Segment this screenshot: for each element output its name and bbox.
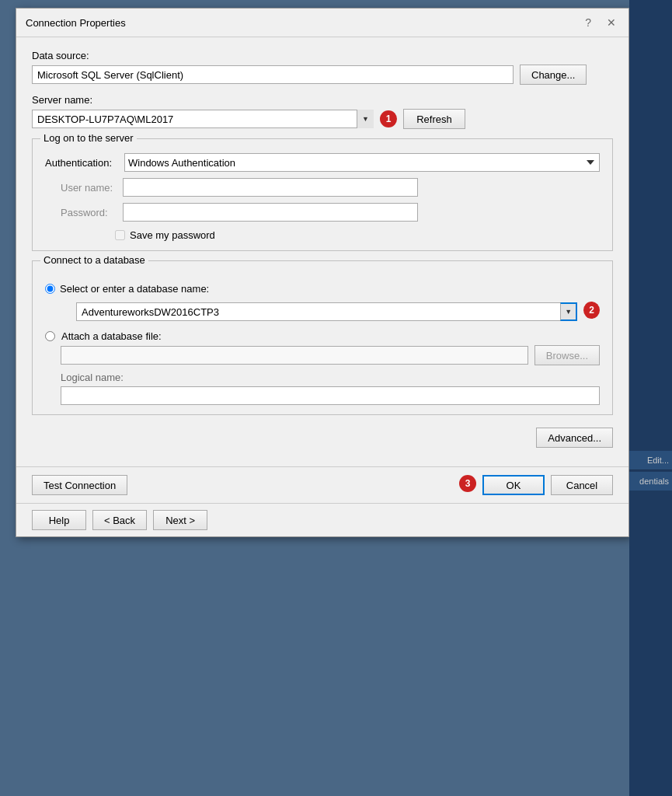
connection-properties-dialog: Connection Properties ? ✕ Data source: C… (16, 8, 629, 537)
auth-row: Authentication: Windows Authentication S… (45, 153, 600, 172)
next-nav-button[interactable]: Next > (153, 510, 207, 530)
attach-db-radio-row: Attach a database file: (45, 330, 600, 342)
data-source-label: Data source: (32, 50, 613, 61)
user-name-label: User name: (61, 182, 117, 194)
save-password-checkbox[interactable] (115, 230, 125, 240)
advanced-button[interactable]: Advanced... (536, 428, 613, 448)
select-db-label: Select or enter a database name: (60, 283, 209, 295)
change-button[interactable]: Change... (520, 65, 587, 85)
badge-1: 1 (380, 110, 397, 127)
server-name-label: Server name: (32, 94, 613, 106)
connect-db-section: Connect to a database Select or enter a … (32, 260, 613, 415)
database-input[interactable] (76, 302, 561, 321)
dialog-title: Connection Properties (26, 17, 126, 29)
server-name-row: Server name: ▼ 1 Refresh (32, 94, 613, 129)
bottom-right-controls: 3 OK Cancel (459, 475, 613, 495)
attach-file-input[interactable] (61, 346, 528, 365)
select-db-radio-row: Select or enter a database name: (45, 283, 600, 295)
password-input[interactable] (123, 203, 418, 222)
database-dropdown-arrow[interactable]: ▼ (560, 302, 577, 321)
title-bar: Connection Properties ? ✕ (16, 9, 628, 37)
password-label: Password: (61, 207, 117, 218)
password-row: Password: (45, 203, 600, 222)
test-connection-button[interactable]: Test Connection (32, 475, 127, 495)
bottom-nav: Help < Back Next > (16, 503, 628, 536)
help-title-button[interactable]: ? (582, 15, 594, 30)
close-title-button[interactable]: ✕ (604, 15, 619, 30)
server-name-dropdown-arrow[interactable]: ▼ (357, 110, 374, 128)
credentials-button[interactable]: dentials (629, 472, 672, 491)
server-name-controls: ▼ 1 Refresh (32, 109, 613, 129)
log-on-title: Log on to the server (40, 132, 137, 144)
server-name-combo: ▼ (32, 110, 374, 128)
badge-3: 3 (459, 475, 476, 492)
db-section-content: Select or enter a database name: ▼ 2 Att… (45, 283, 600, 405)
data-source-row: Data source: Change... (32, 50, 613, 85)
attach-file-row: Browse... (61, 345, 600, 365)
connect-db-title: Connect to a database (40, 254, 148, 266)
ok-button[interactable]: OK (482, 475, 545, 495)
save-password-row: Save my password (45, 229, 600, 241)
logical-name-label: Logical name: (45, 372, 600, 383)
save-password-label: Save my password (130, 229, 215, 241)
bottom-bar: Test Connection 3 OK Cancel (16, 466, 628, 503)
help-nav-button[interactable]: Help (32, 510, 86, 530)
browse-button[interactable]: Browse... (534, 345, 600, 365)
badge-2: 2 (583, 302, 600, 319)
attach-db-radio[interactable] (45, 331, 55, 341)
edit-button[interactable]: Edit... (629, 451, 672, 470)
server-name-input[interactable] (32, 110, 374, 128)
refresh-button[interactable]: Refresh (403, 109, 465, 129)
database-combo: ▼ (76, 302, 577, 321)
back-nav-button[interactable]: < Back (92, 510, 147, 530)
advanced-row: Advanced... (32, 428, 613, 448)
right-panel: Edit... dentials (629, 0, 672, 796)
auth-select[interactable]: Windows Authentication SQL Server Authen… (124, 153, 600, 172)
log-on-section: Log on to the server Authentication: Win… (32, 138, 613, 251)
user-name-row: User name: (45, 178, 600, 197)
attach-db-label: Attach a database file: (61, 330, 162, 342)
data-source-input[interactable] (32, 65, 514, 84)
username-input[interactable] (123, 178, 418, 197)
dialog-content: Data source: Change... Server name: ▼ 1 … (16, 37, 628, 466)
select-db-radio[interactable] (45, 284, 55, 294)
auth-label: Authentication: (45, 157, 115, 169)
title-bar-controls: ? ✕ (582, 15, 619, 30)
logical-name-input[interactable] (61, 386, 600, 405)
data-source-controls: Change... (32, 65, 613, 85)
cancel-button[interactable]: Cancel (551, 475, 613, 495)
